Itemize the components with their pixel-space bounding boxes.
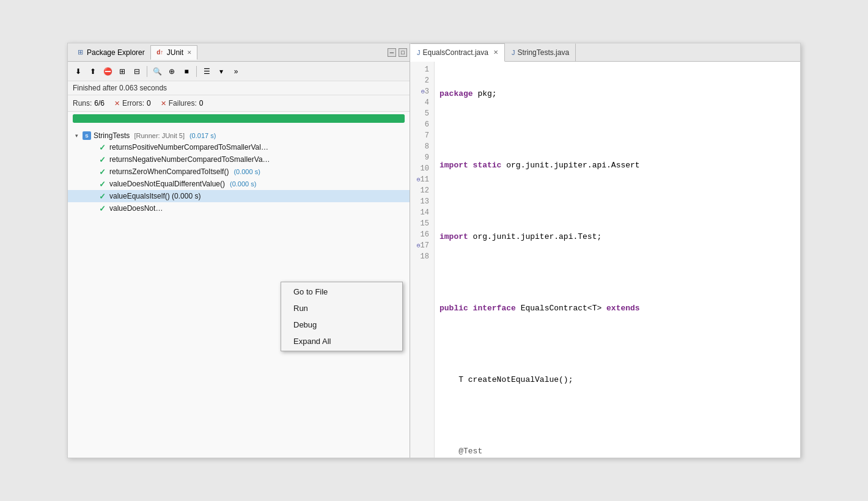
context-menu-debug[interactable]: Debug [281, 316, 402, 333]
ln-1: 1 [415, 64, 429, 75]
code-line-10 [440, 410, 795, 422]
dropdown-button[interactable]: ▾ [215, 65, 228, 78]
errors-value: 0 [147, 99, 151, 108]
tab-package-explorer[interactable]: ⊞ Package Explorer [70, 45, 150, 60]
runs-label: Runs: [73, 99, 92, 108]
close-equals-contract-icon[interactable]: ✕ [493, 49, 498, 56]
run-config-button[interactable]: ⊟ [130, 65, 144, 78]
list-item[interactable]: ✓ returnsNegativeNumberComparedToSmaller… [68, 153, 410, 166]
test-pass-icon: ✓ [97, 191, 107, 201]
suite-expand-icon[interactable]: ▾ [73, 132, 80, 139]
suite-icon: S [83, 131, 91, 140]
junit-icon: d↑ [156, 48, 164, 57]
tree-suite-row[interactable]: ▾ S StringTests [Runner: JUnit 5] (0.017… [68, 130, 410, 141]
tab-string-tests[interactable]: J StringTests.java [505, 43, 576, 62]
tab-string-tests-label: StringTests.java [517, 48, 569, 57]
tab-junit[interactable]: d↑ JUnit ✕ [150, 45, 197, 60]
context-menu-go-to-file[interactable]: Go to File [281, 283, 402, 300]
ln-10: 10 [415, 163, 429, 174]
failures-stat: ✕ Failures: 0 [161, 99, 204, 108]
failures-value: 0 [199, 99, 204, 108]
code-lines: package pkg; import static org.junit.jup… [435, 62, 800, 458]
suite-name: StringTests [94, 131, 130, 140]
prev-failure-button[interactable]: ⬆ [86, 65, 100, 78]
code-line-1: package pkg; [440, 88, 795, 100]
ln-11: ⊖11 [415, 174, 429, 185]
progress-bar-fill [73, 114, 405, 123]
java-file-icon-2: J [512, 49, 515, 56]
suite-time: (0.017 s) [189, 132, 216, 139]
maximize-button[interactable]: □ [399, 48, 407, 57]
java-file-icon-1: J [417, 49, 421, 56]
code-line-4 [440, 196, 795, 208]
context-menu-run[interactable]: Run [281, 300, 402, 316]
runs-stat: Runs: 6/6 [73, 99, 105, 108]
ln-6: 6 [415, 119, 429, 130]
failures-icon: ✕ [161, 100, 166, 108]
tab-junit-label: JUnit [167, 48, 183, 57]
ln-17: ⊖17 [415, 240, 429, 251]
test-pass-icon: ✓ [97, 203, 107, 213]
test-pass-icon: ✓ [97, 155, 107, 164]
ln-5: 5 [415, 108, 429, 119]
code-line-3: import static org.junit.jupiter.api.Asse… [440, 159, 795, 172]
ln-18: 18 [415, 251, 429, 262]
history-button[interactable]: ⊕ [165, 65, 178, 78]
stats-row: Runs: 6/6 ✕ Errors: 0 ✕ Failures: 0 [68, 95, 410, 112]
editor-tabs: J EqualsContract.java ✕ J StringTests.ja… [410, 43, 800, 62]
toolbar-sep-1 [147, 66, 147, 77]
stop2-button[interactable]: ■ [180, 65, 193, 78]
errors-stat: ✕ Errors: 0 [114, 99, 151, 108]
ln-8: 8 [415, 141, 429, 152]
ide-window: ⊞ Package Explorer d↑ JUnit ✕ ─ □ ⬇ ⬆ ⛔ … [67, 43, 801, 458]
code-line-5: import org.junit.jupiter.api.Test; [440, 231, 795, 243]
junit-toolbar: ⬇ ⬆ ⛔ ⊞ ⊟ 🔍 ⊕ ■ ☰ ▾ » [68, 62, 410, 81]
left-panel: ⊞ Package Explorer d↑ JUnit ✕ ─ □ ⬇ ⬆ ⛔ … [68, 43, 410, 458]
code-editor[interactable]: 1 2 ⊖3 4 5 6 7 8 9 10 ⊖11 12 13 14 15 16… [410, 62, 800, 458]
line-numbers: 1 2 ⊖3 4 5 6 7 8 9 10 ⊖11 12 13 14 15 16… [410, 62, 435, 458]
package-explorer-icon: ⊞ [76, 48, 84, 57]
test-pass-icon: ✓ [97, 142, 107, 152]
rerun-button[interactable]: ⊞ [116, 65, 129, 78]
list-item[interactable]: ✓ valueDoesNot… [68, 202, 410, 214]
window-controls: ─ □ [388, 48, 407, 57]
tab-equals-contract[interactable]: J EqualsContract.java ✕ [410, 43, 505, 62]
ln-14: 14 [415, 207, 429, 218]
layout-button[interactable]: ☰ [200, 65, 213, 78]
minimize-button[interactable]: ─ [388, 48, 396, 57]
ln-9: 9 [415, 152, 429, 163]
tab-package-explorer-label: Package Explorer [87, 48, 145, 57]
search-button[interactable]: 🔍 [150, 65, 164, 78]
list-item[interactable]: ✓ valueDoesNotEqualDifferentValue() (0.0… [68, 178, 410, 190]
test-name-1: returnsPositiveNumberComparedToSmallerVa… [109, 143, 268, 152]
code-line-6 [440, 267, 795, 279]
ln-13: 13 [415, 196, 429, 207]
status-text: Finished after 0.063 seconds [73, 84, 167, 92]
close-junit-icon[interactable]: ✕ [187, 49, 192, 56]
next-failure-button[interactable]: ⬇ [72, 65, 85, 78]
ln-16: 16 [415, 229, 429, 240]
test-time-4: (0.000 s) [230, 180, 256, 188]
code-line-7: public interface EqualsContract<T> exten… [440, 302, 795, 315]
test-pass-icon: ✓ [97, 179, 107, 189]
context-menu: Go to File Run Debug Expand All [281, 282, 403, 351]
ln-3: ⊖3 [415, 86, 429, 97]
list-item[interactable]: ✓ returnsPositiveNumberComparedToSmaller… [68, 141, 410, 153]
list-item[interactable]: ✓ returnsZeroWhenComparedToItself() (0.0… [68, 166, 410, 178]
suite-runner: [Runner: JUnit 5] [132, 132, 185, 139]
errors-label: Errors: [122, 99, 144, 108]
more-button[interactable]: » [229, 65, 243, 78]
tabs-bar: ⊞ Package Explorer d↑ JUnit ✕ ─ □ [68, 43, 410, 62]
context-menu-expand-all[interactable]: Expand All [281, 333, 402, 349]
test-pass-icon: ✓ [97, 167, 107, 177]
status-bar: Finished after 0.063 seconds [68, 81, 410, 95]
test-time-3: (0.000 s) [234, 168, 260, 175]
right-panel: J EqualsContract.java ✕ J StringTests.ja… [410, 43, 800, 458]
code-line-9: T createNotEqualValue(); [440, 374, 795, 386]
runs-value: 6/6 [94, 99, 105, 108]
stop-button[interactable]: ⛔ [101, 65, 114, 78]
list-item[interactable]: ✓ valueEqualsItself() (0.000 s) [68, 190, 410, 202]
test-name-4: valueDoesNotEqualDifferentValue() [109, 180, 225, 188]
ln-7: 7 [415, 130, 429, 141]
test-name-2: returnsNegativeNumberComparedToSmallerVa… [109, 155, 270, 164]
